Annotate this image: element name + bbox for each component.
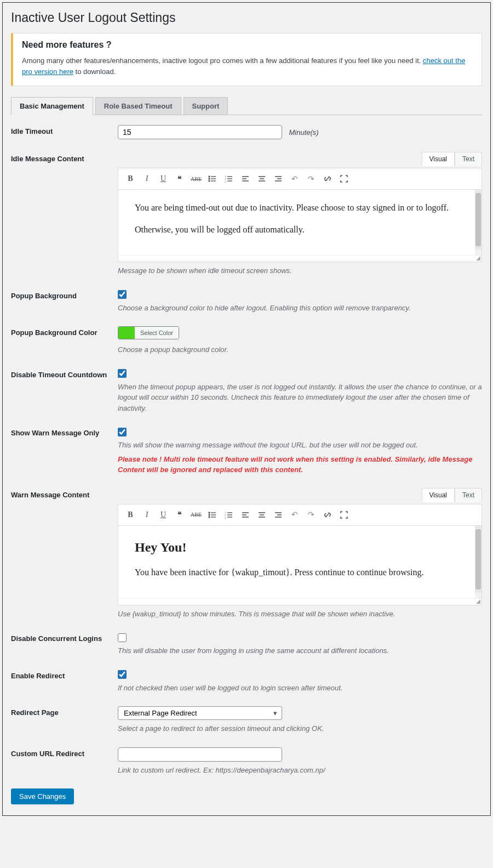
bold-icon[interactable]: B	[123, 508, 138, 522]
save-changes-button[interactable]: Save Changes	[11, 788, 74, 804]
numbered-list-icon[interactable]: 123	[221, 508, 237, 522]
svg-point-2	[209, 178, 210, 179]
disable-concurrent-checkbox[interactable]	[118, 633, 127, 642]
disable-countdown-desc: When the timeout popup appears, the user…	[118, 382, 482, 414]
warn-message-desc: Use {wakup_timout} to show minutes. This…	[118, 609, 482, 620]
popup-bg-label: Popup Background	[11, 290, 118, 300]
align-center-icon[interactable]	[254, 172, 270, 186]
strikethrough-icon[interactable]: ABE	[188, 508, 204, 522]
warn-only-checkbox[interactable]	[118, 428, 127, 436]
redo-icon[interactable]: ↷	[303, 172, 319, 186]
tab-support[interactable]: Support	[184, 97, 228, 115]
svg-text:3: 3	[225, 517, 226, 519]
svg-point-25	[209, 517, 210, 518]
idle-timeout-input[interactable]	[118, 125, 282, 139]
tab-basic-management[interactable]: Basic Management	[11, 97, 93, 115]
quote-icon[interactable]: ❝	[172, 508, 187, 522]
align-left-icon[interactable]	[238, 508, 253, 522]
warn-message-content[interactable]: Hey You! You have been inactive for {wak…	[118, 526, 481, 598]
svg-point-0	[209, 176, 210, 177]
underline-icon[interactable]: U	[156, 172, 171, 186]
idle-timeout-unit: Minute(s)	[289, 128, 318, 137]
svg-point-21	[209, 512, 210, 513]
link-icon[interactable]	[320, 172, 335, 186]
editor-resize-handle[interactable]	[118, 598, 481, 605]
idle-timeout-label: Idle Timeout	[11, 125, 118, 135]
popup-bg-color-desc: Choose a popup background color.	[118, 344, 482, 355]
editor-tab-visual-2[interactable]: Visual	[422, 488, 455, 502]
custom-url-desc: Link to custom url redirect. Ex: https:/…	[118, 765, 482, 776]
disable-concurrent-label: Disable Concurrent Logins	[11, 632, 118, 643]
numbered-list-icon[interactable]: 123	[221, 172, 237, 186]
redirect-page-select[interactable]: External Page Redirect	[118, 706, 282, 720]
tabs: Basic Management Role Based Timeout Supp…	[11, 97, 482, 115]
warn-only-desc: This will show the warning message witho…	[118, 440, 482, 451]
page-title: Inactive User Logout Settings	[11, 10, 482, 25]
strikethrough-icon[interactable]: ABE	[188, 172, 204, 186]
popup-bg-color-label: Popup Background Color	[11, 326, 118, 337]
tab-role-based-timeout[interactable]: Role Based Timeout	[95, 97, 181, 115]
notice-text: Among many other features/enhancements, …	[22, 55, 473, 77]
warn-only-warning: Please note ! Multi role timeout feature…	[118, 454, 482, 475]
notice-heading: Need more features ?	[22, 40, 473, 50]
underline-icon[interactable]: U	[156, 508, 171, 522]
warn-message-label: Warn Message Content	[11, 489, 118, 499]
enable-redirect-checkbox[interactable]	[118, 670, 127, 679]
features-notice: Need more features ? Among many other fe…	[11, 33, 482, 86]
bullet-list-icon[interactable]	[205, 172, 220, 186]
enable-redirect-desc: If not checked then user will be logged …	[118, 683, 482, 694]
align-left-icon[interactable]	[238, 172, 253, 186]
quote-icon[interactable]: ❝	[172, 172, 187, 186]
editor-tab-visual[interactable]: Visual	[422, 152, 455, 166]
redo-icon[interactable]: ↷	[303, 508, 319, 522]
align-center-icon[interactable]	[254, 508, 270, 522]
warn-message-editor: B I U ❝ ABE 123 ↶ ↷	[118, 504, 482, 605]
link-icon[interactable]	[320, 508, 335, 522]
color-swatch	[118, 327, 135, 339]
editor-tab-text-2[interactable]: Text	[455, 488, 482, 502]
select-color-button[interactable]: Select Color	[135, 327, 179, 339]
editor-resize-handle[interactable]	[118, 255, 481, 262]
idle-message-editor: B I U ❝ ABE 123	[118, 168, 482, 262]
custom-url-label: Custom URL Redirect	[11, 747, 118, 758]
align-right-icon[interactable]	[271, 172, 286, 186]
svg-point-23	[209, 514, 210, 515]
popup-bg-checkbox[interactable]	[118, 290, 127, 299]
italic-icon[interactable]: I	[139, 172, 154, 186]
fullscreen-icon[interactable]	[336, 172, 352, 186]
idle-message-label: Idle Message Content	[11, 152, 118, 163]
enable-redirect-label: Enable Redirect	[11, 670, 118, 680]
align-right-icon[interactable]	[271, 508, 286, 522]
bullet-list-icon[interactable]	[205, 508, 220, 522]
redirect-page-desc: Select a page to redirect to after sessi…	[118, 723, 482, 734]
undo-icon[interactable]: ↶	[287, 508, 302, 522]
bold-icon[interactable]: B	[123, 172, 138, 186]
svg-text:3: 3	[225, 180, 226, 183]
idle-message-content[interactable]: You are being timed-out out due to inact…	[118, 190, 481, 255]
italic-icon[interactable]: I	[139, 508, 154, 522]
undo-icon[interactable]: ↶	[287, 172, 302, 186]
warn-only-label: Show Warn Message Only	[11, 427, 118, 437]
disable-concurrent-desc: This will disable the user from logging …	[118, 645, 482, 656]
color-picker[interactable]: Select Color	[118, 326, 179, 339]
fullscreen-icon[interactable]	[336, 508, 352, 522]
custom-url-input[interactable]	[118, 747, 282, 762]
idle-message-desc: Message to be shown when idle timeout sc…	[118, 265, 482, 276]
popup-bg-desc: Choose a background color to hide after …	[118, 303, 482, 314]
disable-countdown-label: Disable Timeout Countdown	[11, 368, 118, 379]
svg-point-4	[209, 180, 210, 181]
editor-tab-text[interactable]: Text	[455, 152, 482, 166]
disable-countdown-checkbox[interactable]	[118, 369, 127, 378]
redirect-page-label: Redirect Page	[11, 706, 118, 717]
